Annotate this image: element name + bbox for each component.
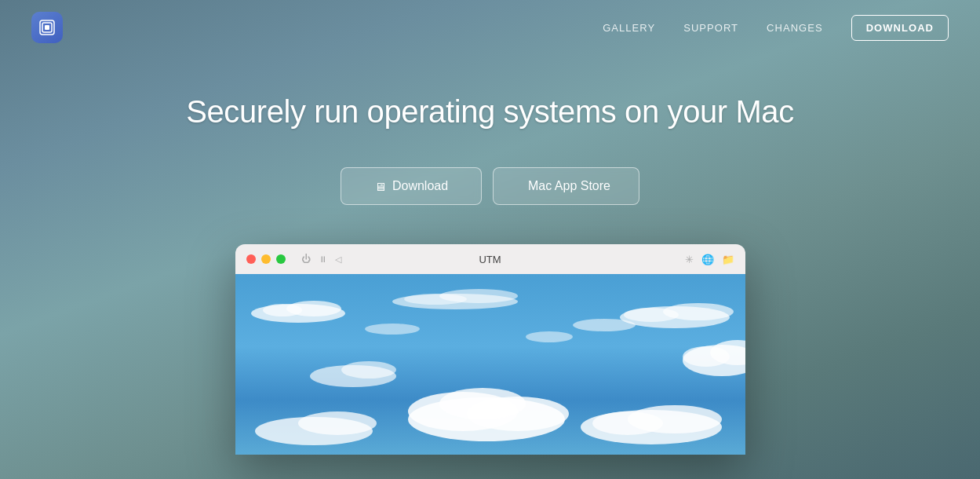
hero-section: Securely run operating systems on your M… (0, 55, 980, 455)
window-titlebar: ⏻ ⏸ ◁ UTM ✳ 🌐 📁 (235, 244, 745, 274)
navbar: GALLERY SUPPORT CHANGES DOWNLOAD (0, 0, 980, 55)
window-controls (246, 254, 286, 264)
back-icon: ◁ (335, 254, 341, 265)
settings-icon: ✳ (685, 254, 694, 265)
power-icon: ⏻ (301, 254, 311, 265)
nav-support[interactable]: SUPPORT (683, 22, 738, 34)
window-title: UTM (479, 254, 501, 265)
nav-gallery[interactable]: GALLERY (603, 22, 655, 34)
appstore-button[interactable]: Mac App Store (493, 167, 639, 205)
svg-point-28 (573, 319, 636, 331)
pause-icon: ⏸ (319, 254, 327, 264)
network-icon: 🌐 (701, 254, 714, 265)
window-content (235, 274, 745, 455)
svg-point-24 (298, 411, 377, 435)
window-toolbar-icons: ⏻ ⏸ ◁ (301, 254, 341, 265)
maximize-dot[interactable] (276, 254, 286, 264)
app-logo[interactable] (31, 12, 63, 43)
svg-rect-2 (45, 25, 49, 30)
svg-point-6 (263, 304, 302, 316)
logo-icon (38, 18, 56, 37)
hero-buttons: 🖥 Download Mac App Store (341, 167, 639, 205)
svg-point-29 (365, 324, 420, 335)
minimize-dot[interactable] (261, 254, 271, 264)
nav-links: GALLERY SUPPORT CHANGES DOWNLOAD (603, 15, 949, 41)
sky-scene (235, 274, 745, 455)
appstore-label: Mac App Store (528, 179, 610, 193)
app-window: ⏻ ⏸ ◁ UTM ✳ 🌐 📁 (235, 244, 745, 455)
svg-point-12 (624, 308, 679, 322)
nav-download-button[interactable]: DOWNLOAD (851, 15, 949, 41)
svg-point-9 (404, 294, 467, 305)
window-right-icons: ✳ 🌐 📁 (685, 254, 734, 265)
svg-point-27 (526, 331, 573, 342)
nav-changes[interactable]: CHANGES (767, 22, 823, 34)
svg-point-22 (592, 411, 663, 435)
svg-point-19 (439, 388, 526, 419)
svg-point-15 (683, 346, 730, 367)
download-button[interactable]: 🖥 Download (341, 167, 482, 205)
svg-point-26 (341, 361, 396, 378)
close-dot[interactable] (246, 254, 256, 264)
hero-title: Securely run operating systems on your M… (186, 94, 794, 130)
download-label: Download (392, 179, 448, 193)
monitor-icon: 🖥 (374, 180, 386, 193)
app-window-wrapper: ⏻ ⏸ ◁ UTM ✳ 🌐 📁 (235, 244, 745, 455)
folder-icon: 📁 (722, 254, 734, 265)
